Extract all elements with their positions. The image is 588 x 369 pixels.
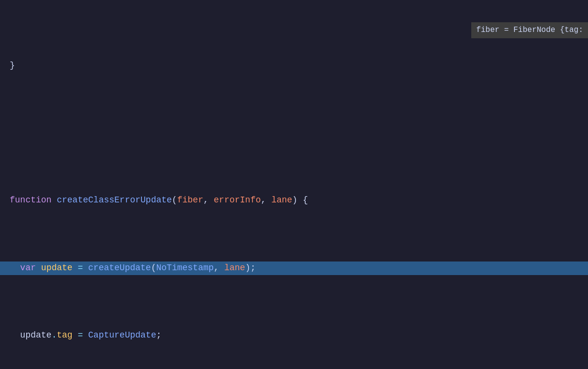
code-line-top: } <box>0 59 588 73</box>
code-line-blank1 <box>0 126 588 140</box>
code-editor: } function createClassErrorUpdate(fiber,… <box>0 0 588 369</box>
code-line-1: function createClassErrorUpdate(fiber, e… <box>0 194 588 207</box>
code-line-2-highlighted: var update = createUpdate(NoTimestamp, l… <box>0 261 588 275</box>
code-line-3: update.tag = CaptureUpdate; <box>0 329 588 342</box>
tooltip-fiber: fiber = FiberNode {tag: <box>471 22 588 38</box>
